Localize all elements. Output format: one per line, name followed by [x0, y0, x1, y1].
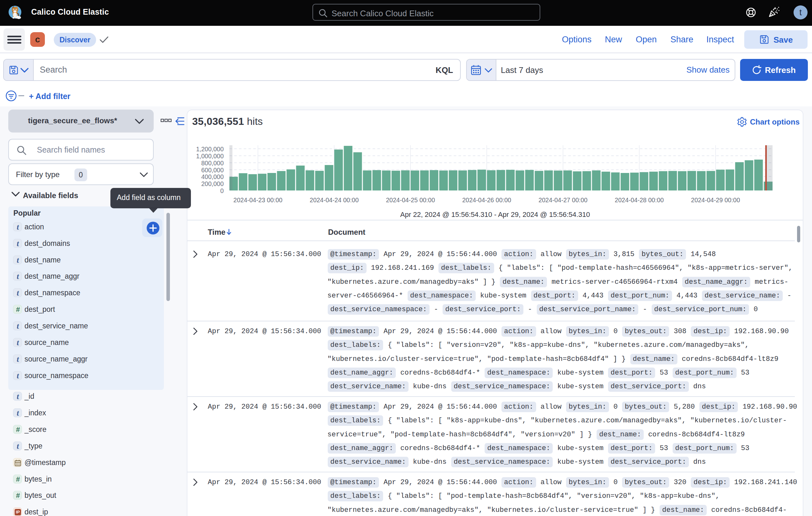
svg-text:0: 0 — [220, 187, 224, 194]
svg-text:2024-04-27 00:00: 2024-04-27 00:00 — [539, 196, 587, 203]
svg-text:400,000: 400,000 — [201, 173, 224, 180]
svg-text:600,000: 600,000 — [201, 167, 224, 173]
svg-text:200,000: 200,000 — [201, 180, 224, 187]
svg-text:1,000,000: 1,000,000 — [196, 153, 224, 160]
svg-text:800,000: 800,000 — [201, 160, 224, 167]
svg-text:1,200,000: 1,200,000 — [196, 145, 224, 153]
svg-text:Apr 22, 2024 @ 15:56:54.310 -: Apr 22, 2024 @ 15:56:54.310 - Apr 29, 20… — [400, 211, 590, 218]
svg-text:2024-04-24 00:00: 2024-04-24 00:00 — [310, 196, 358, 203]
svg-text:2024-04-29 00:00: 2024-04-29 00:00 — [691, 196, 740, 203]
svg-text:2024-04-23 00:00: 2024-04-23 00:00 — [234, 196, 283, 203]
svg-text:2024-04-28 00:00: 2024-04-28 00:00 — [615, 196, 664, 203]
svg-text:2024-04-26 00:00: 2024-04-26 00:00 — [462, 196, 511, 203]
svg-text:2024-04-25 00:00: 2024-04-25 00:00 — [386, 196, 435, 203]
